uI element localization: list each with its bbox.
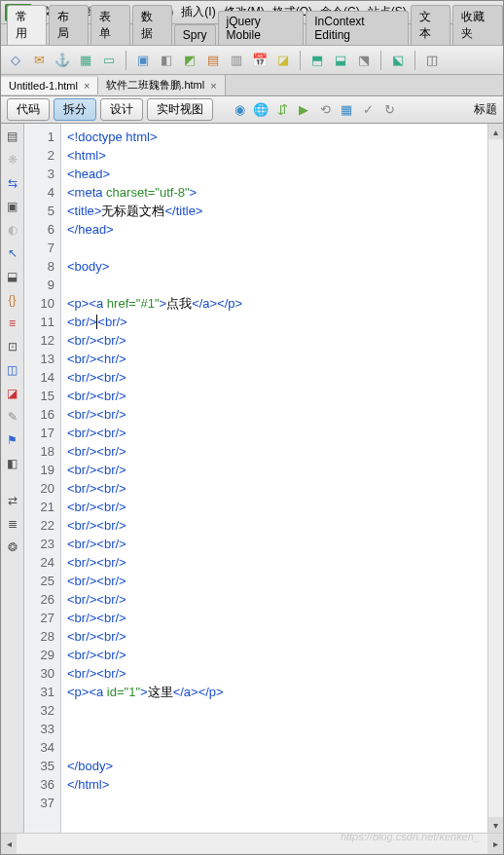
collapse-icon[interactable]: ❋ xyxy=(4,151,21,168)
inspect-icon[interactable]: ⇵ xyxy=(273,101,291,119)
email-icon[interactable]: ✉ xyxy=(30,52,48,69)
code-line[interactable]: <br/><br/> xyxy=(67,331,487,350)
hyperlink-icon[interactable]: ◇ xyxy=(7,52,24,69)
scroll-right-icon[interactable]: ▸ xyxy=(487,834,503,854)
outdent-icon[interactable]: ◪ xyxy=(4,385,21,402)
syntax-icon[interactable]: ≡ xyxy=(4,315,21,332)
script-icon[interactable]: ⬓ xyxy=(332,52,349,69)
highlight-icon[interactable]: ⬓ xyxy=(4,268,21,285)
code-line[interactable]: <br/><br/> xyxy=(67,590,487,609)
code-line[interactable] xyxy=(67,276,487,294)
options-icon[interactable]: ▦ xyxy=(338,101,355,119)
scroll-up-icon[interactable]: ▴ xyxy=(488,124,503,139)
code-line[interactable]: <br/><br/> xyxy=(67,553,487,572)
code-line[interactable] xyxy=(67,720,487,738)
templates-icon[interactable]: ⬔ xyxy=(355,52,373,69)
code-line[interactable]: <br/><hr/> xyxy=(67,350,487,368)
category-tab[interactable]: 文本 xyxy=(411,5,450,45)
browser-icon[interactable]: ▶ xyxy=(295,101,312,119)
code-line[interactable]: <!doctype html> xyxy=(67,128,487,146)
scroll-left-icon[interactable]: ◂ xyxy=(1,834,17,854)
category-tab[interactable]: 布局 xyxy=(49,5,89,45)
reload-icon[interactable]: ↻ xyxy=(380,101,398,119)
refresh-icon[interactable]: ⟲ xyxy=(316,101,334,119)
line-numbers-icon[interactable]: ↖ xyxy=(4,244,21,262)
widget-icon[interactable]: ◩ xyxy=(181,52,198,69)
validate-icon[interactable]: ✓ xyxy=(359,101,377,119)
code-line[interactable]: <p><a href="#1">点我</a></p> xyxy=(67,294,487,313)
menu-item[interactable]: 插入(I) xyxy=(177,4,219,20)
code-line[interactable] xyxy=(67,239,487,257)
view-button[interactable]: 设计 xyxy=(100,98,143,121)
server-icon[interactable]: ▥ xyxy=(228,52,245,69)
category-tab[interactable]: 收藏夹 xyxy=(452,5,503,45)
view-button[interactable]: 拆分 xyxy=(54,98,96,121)
code-line[interactable]: <br/><br/> xyxy=(67,535,487,553)
comment-icon[interactable]: ◪ xyxy=(274,52,292,69)
code-line[interactable]: </head> xyxy=(67,220,487,239)
code-line[interactable] xyxy=(67,738,487,757)
code-line[interactable]: <br/><br/> xyxy=(67,405,487,424)
move-icon[interactable]: ⇄ xyxy=(4,492,21,509)
category-tab[interactable]: 常用 xyxy=(7,5,47,45)
category-tab[interactable]: 数据 xyxy=(132,5,172,45)
select-parent-icon[interactable]: ▣ xyxy=(4,198,21,215)
div-icon[interactable]: ▭ xyxy=(100,52,118,69)
open-docs-icon[interactable]: ▤ xyxy=(4,128,21,145)
recent-icon[interactable]: ◧ xyxy=(4,455,21,472)
horizontal-scrollbar[interactable]: ◂ https://blog.csdn.net/kenken_ ▸ xyxy=(1,833,503,854)
live-code-icon[interactable]: ◉ xyxy=(231,101,248,119)
image-icon[interactable]: ▣ xyxy=(134,52,152,69)
indent-icon[interactable]: ◫ xyxy=(4,361,21,379)
code-line[interactable]: <br/><br/> xyxy=(67,609,487,627)
code-line[interactable] xyxy=(67,794,487,812)
close-icon[interactable]: × xyxy=(84,80,90,92)
code-line[interactable]: <br/><br/> xyxy=(67,479,487,498)
table-icon[interactable]: ▦ xyxy=(77,52,94,69)
document-tab[interactable]: Untitled-1.html× xyxy=(1,77,98,94)
document-tab[interactable]: 软件二班魏鲁鹏.html× xyxy=(98,75,225,95)
close-icon[interactable]: × xyxy=(210,80,216,92)
code-line[interactable]: <html> xyxy=(67,146,487,165)
apply-icon[interactable]: ⚑ xyxy=(4,431,21,449)
code-line[interactable]: <br/><br/> xyxy=(67,646,487,664)
calendar-icon[interactable]: 📅 xyxy=(251,52,269,69)
code-line[interactable]: <body> xyxy=(67,257,487,276)
code-line[interactable]: </html> xyxy=(67,775,487,794)
format-icon[interactable]: ✎ xyxy=(4,408,21,426)
code-line[interactable]: <br/><br/> xyxy=(67,498,487,516)
vertical-scrollbar[interactable]: ▴ ▾ xyxy=(487,124,503,833)
more-icon[interactable]: ◫ xyxy=(423,52,441,69)
scroll-down-icon[interactable]: ▾ xyxy=(488,817,503,833)
anchor-icon[interactable]: ⚓ xyxy=(54,52,71,69)
code-line[interactable]: <br/><br/> xyxy=(67,313,487,331)
media-icon[interactable]: ◧ xyxy=(158,52,175,69)
head-icon[interactable]: ⬒ xyxy=(308,52,326,69)
view-button[interactable]: 代码 xyxy=(7,98,50,121)
code-line[interactable]: <br/><br/> xyxy=(67,424,487,442)
category-tab[interactable]: Spry xyxy=(174,24,216,45)
code-line[interactable]: <head> xyxy=(67,165,487,183)
tag-icon[interactable]: ⬕ xyxy=(389,52,407,69)
code-line[interactable]: <title>无标题文档</title> xyxy=(67,202,487,220)
code-line[interactable]: <p><a id="1">这里</a></p> xyxy=(67,683,487,701)
reference-icon[interactable]: ❂ xyxy=(4,539,21,556)
code-line[interactable]: <br/><br/> xyxy=(67,516,487,535)
code-line[interactable]: <br/><br/> xyxy=(67,664,487,683)
code-line[interactable]: <br/><br/> xyxy=(67,572,487,590)
word-wrap-icon[interactable]: {} xyxy=(4,291,21,309)
date-icon[interactable]: ▤ xyxy=(204,52,222,69)
snippets-icon[interactable]: ≣ xyxy=(4,515,21,533)
category-tab[interactable]: jQuery Mobile xyxy=(218,11,305,45)
code-line[interactable] xyxy=(67,701,487,720)
code-line[interactable]: <meta charset="utf-8"> xyxy=(67,183,487,202)
expand-icon[interactable]: ⇆ xyxy=(4,174,21,192)
code-line[interactable]: <br/><br/> xyxy=(67,368,487,387)
code-editor[interactable]: <!doctype html><html><head><meta charset… xyxy=(61,124,487,833)
code-line[interactable]: <br/><br/> xyxy=(67,442,487,461)
code-line[interactable]: <br/><br/> xyxy=(67,387,487,405)
hidden-chars-icon[interactable]: ⊡ xyxy=(4,338,21,355)
code-line[interactable]: <br/><br/> xyxy=(67,627,487,646)
balance-icon[interactable]: ◐ xyxy=(4,221,21,239)
code-line[interactable]: <br/><br/> xyxy=(67,461,487,479)
